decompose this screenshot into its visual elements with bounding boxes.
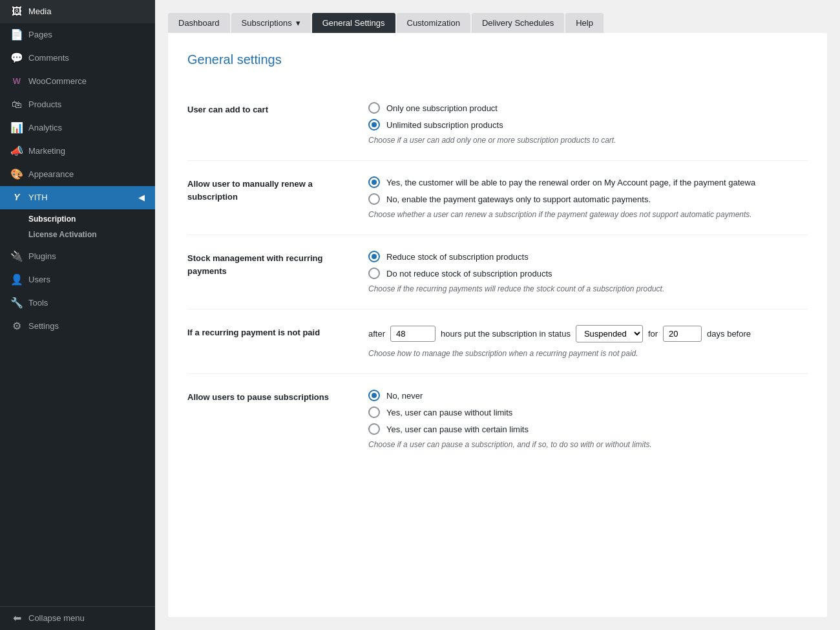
settings-label-add-to-cart: User can add to cart xyxy=(187,102,368,145)
dropdown-arrow-icon: ▾ xyxy=(296,18,300,28)
sidebar-item-analytics[interactable]: 📊 Analytics xyxy=(0,116,155,140)
radio-option-only-one[interactable]: Only one subscription product xyxy=(368,102,808,114)
sidebar-item-settings[interactable]: ⚙ Settings xyxy=(0,315,155,338)
sidebar: 🖼 Media 📄 Pages 💬 Comments W WooCommerce… xyxy=(0,0,155,630)
tools-icon: 🔧 xyxy=(10,297,23,310)
sidebar-item-tools[interactable]: 🔧 Tools xyxy=(0,291,155,315)
tab-subscriptions[interactable]: Subscriptions ▾ xyxy=(231,13,311,33)
settings-controls-pause: No, never Yes, user can pause without li… xyxy=(368,390,808,449)
comments-icon: 💬 xyxy=(10,52,23,65)
settings-label-manual-renew: Allow user to manually renew a subscript… xyxy=(187,176,368,219)
days-input[interactable] xyxy=(663,326,702,342)
radio-label-no-never: No, never xyxy=(386,391,423,401)
radio-label-no-reduce: Do not reduce stock of subscription prod… xyxy=(386,269,552,278)
sidebar-item-label: Products xyxy=(28,99,61,110)
marketing-icon: 📣 xyxy=(10,145,23,158)
collapse-icon: ⬅ xyxy=(10,612,23,625)
sidebar-item-label: Users xyxy=(28,274,50,286)
radio-option-reduce-stock[interactable]: Reduce stock of subscription products xyxy=(368,251,808,262)
settings-label-recurring: If a recurring payment is not paid xyxy=(187,325,368,358)
status-select[interactable]: Suspended Active Cancelled On-hold xyxy=(576,325,643,342)
collapse-menu-button[interactable]: ⬅ Collapse menu xyxy=(0,606,155,630)
end-text: days before xyxy=(707,329,751,339)
tab-customization[interactable]: Customization xyxy=(397,13,470,33)
main-content: Dashboard Subscriptions ▾ General Settin… xyxy=(155,0,840,630)
radio-option-yes-renew[interactable]: Yes, the customer will be able to pay th… xyxy=(368,176,808,188)
settings-icon: ⚙ xyxy=(10,320,23,333)
sub-label: License Activation xyxy=(28,230,97,239)
sidebar-item-yith[interactable]: Y YITH ◀ xyxy=(0,186,155,209)
sidebar-item-comments[interactable]: 💬 Comments xyxy=(0,47,155,70)
sidebar-item-label: Plugins xyxy=(28,251,56,262)
radio-label-yes-renew: Yes, the customer will be able to pay th… xyxy=(386,178,755,187)
radio-option-yes-no-limits[interactable]: Yes, user can pause without limits xyxy=(368,406,808,418)
sidebar-sub-license[interactable]: License Activation xyxy=(0,227,155,242)
sidebar-item-appearance[interactable]: 🎨 Appearance xyxy=(0,163,155,186)
radio-yes-no-limits[interactable] xyxy=(368,406,380,418)
radio-only-one[interactable] xyxy=(368,102,380,114)
radio-unlimited[interactable] xyxy=(368,119,380,131)
sidebar-item-label: Settings xyxy=(28,320,59,332)
tab-dashboard[interactable]: Dashboard xyxy=(168,13,230,33)
sidebar-item-users[interactable]: 👤 Users xyxy=(0,268,155,291)
radio-yes-renew[interactable] xyxy=(368,176,380,188)
tab-delivery-schedules[interactable]: Delivery Schedules xyxy=(472,13,564,33)
radio-label-reduce-stock: Reduce stock of subscription products xyxy=(386,252,529,262)
after-text: for xyxy=(648,329,658,339)
sidebar-item-label: Tools xyxy=(28,297,48,309)
radio-no-renew[interactable] xyxy=(368,193,380,205)
radio-no-reduce[interactable] xyxy=(368,268,380,279)
radio-label-unlimited: Unlimited subscription products xyxy=(386,120,503,130)
analytics-icon: 📊 xyxy=(10,121,23,134)
hint-add-to-cart: Choose if a user can add only one or mor… xyxy=(368,136,808,145)
settings-label-stock: Stock management with recurring payments xyxy=(187,251,368,293)
radio-no-never[interactable] xyxy=(368,390,380,401)
sidebar-item-plugins[interactable]: 🔌 Plugins xyxy=(0,245,155,268)
yith-icon: Y xyxy=(10,191,23,204)
hint-manual-renew: Choose whether a user can renew a subscr… xyxy=(368,210,808,219)
tab-general-settings[interactable]: General Settings xyxy=(312,13,395,33)
sidebar-item-woocommerce[interactable]: W WooCommerce xyxy=(0,70,155,93)
radio-reduce-stock[interactable] xyxy=(368,251,380,262)
sidebar-item-label: Comments xyxy=(28,52,69,64)
radio-label-yes-no-limits: Yes, user can pause without limits xyxy=(386,408,512,417)
settings-controls-add-to-cart: Only one subscription product Unlimited … xyxy=(368,102,808,145)
radio-option-no-reduce[interactable]: Do not reduce stock of subscription prod… xyxy=(368,268,808,279)
tab-help[interactable]: Help xyxy=(565,13,604,33)
radio-option-yes-certain[interactable]: Yes, user can pause with certain limits xyxy=(368,423,808,435)
tab-bar: Dashboard Subscriptions ▾ General Settin… xyxy=(155,0,840,33)
settings-controls-manual-renew: Yes, the customer will be able to pay th… xyxy=(368,176,808,219)
before-text: after xyxy=(368,329,385,339)
sidebar-item-label: YITH xyxy=(28,192,48,204)
middle-text: hours put the subscription in status xyxy=(441,329,571,339)
radio-option-unlimited[interactable]: Unlimited subscription products xyxy=(368,119,808,131)
sidebar-item-marketing[interactable]: 📣 Marketing xyxy=(0,140,155,163)
sidebar-sub-subscription[interactable]: Subscription xyxy=(0,209,155,227)
appearance-icon: 🎨 xyxy=(10,168,23,181)
radio-label-yes-certain: Yes, user can pause with certain limits xyxy=(386,425,529,434)
recurring-inline-row: after hours put the subscription in stat… xyxy=(368,325,808,342)
sidebar-item-pages[interactable]: 📄 Pages xyxy=(0,23,155,47)
sidebar-item-media[interactable]: 🖼 Media xyxy=(0,0,155,23)
collapse-label: Collapse menu xyxy=(28,613,85,624)
page-title: General settings xyxy=(187,52,808,67)
settings-row-stock: Stock management with recurring payments… xyxy=(187,235,808,310)
users-icon: 👤 xyxy=(10,273,23,286)
settings-row-pause: Allow users to pause subscriptions No, n… xyxy=(187,374,808,465)
tab-content: General settings User can add to cart On… xyxy=(168,33,827,617)
hint-recurring: Choose how to manage the subscription wh… xyxy=(368,349,808,358)
radio-option-no-never[interactable]: No, never xyxy=(368,390,808,401)
settings-row-add-to-cart: User can add to cart Only one subscripti… xyxy=(187,87,808,161)
woocommerce-icon: W xyxy=(10,75,23,88)
radio-option-no-renew[interactable]: No, enable the payment gateways only to … xyxy=(368,193,808,205)
settings-controls-stock: Reduce stock of subscription products Do… xyxy=(368,251,808,293)
radio-label-only-one: Only one subscription product xyxy=(386,103,498,113)
hours-input[interactable] xyxy=(390,326,436,342)
yith-arrow-icon: ◀ xyxy=(138,192,145,204)
sidebar-item-products[interactable]: 🛍 Products xyxy=(0,93,155,116)
sidebar-item-label: Marketing xyxy=(28,145,65,157)
hint-stock: Choose if the recurring payments will re… xyxy=(368,284,808,293)
settings-row-manual-renew: Allow user to manually renew a subscript… xyxy=(187,161,808,235)
sidebar-item-label: WooCommerce xyxy=(28,76,87,87)
radio-yes-certain[interactable] xyxy=(368,423,380,435)
